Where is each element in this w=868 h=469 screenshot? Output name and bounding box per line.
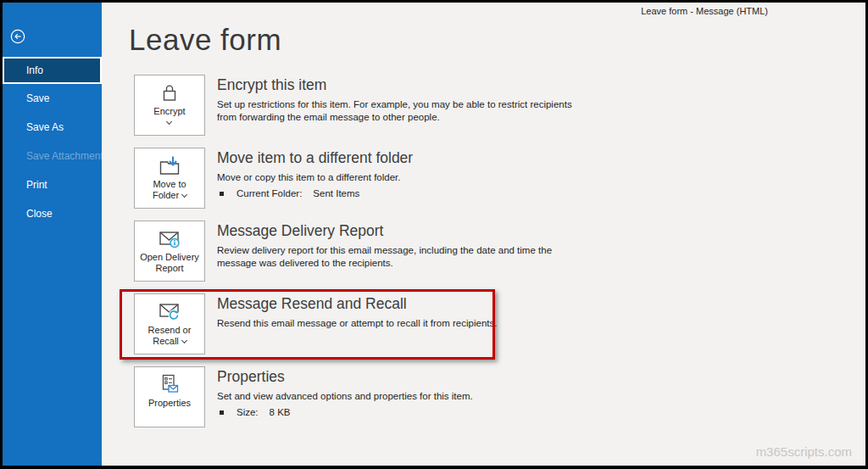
sidebar-item-label: Save <box>26 92 49 104</box>
button-label: Encrypt <box>153 106 185 116</box>
section-row-encrypt: Encrypt Encrypt this item Set up restric… <box>102 75 865 148</box>
section-row-delivery-report: Open DeliveryReport Message Delivery Rep… <box>102 221 865 293</box>
backstage-sidebar: Info Save Save As Save Attachments Print… <box>3 3 102 466</box>
sidebar-item-save-attachments: Save Attachments <box>3 142 102 170</box>
section-row-resend-recall: Resend orRecall Message Resend and Recal… <box>102 293 865 366</box>
sidebar-item-save-as[interactable]: Save As <box>3 113 102 142</box>
section-description: Review delivery report for this email me… <box>217 244 552 270</box>
lock-icon <box>159 81 181 106</box>
watermark: m365scripts.com <box>756 444 852 459</box>
button-label: Resend or <box>148 325 192 335</box>
sidebar-nav: Info Save Save As Save Attachments Print… <box>3 57 102 228</box>
button-label: Recall <box>153 336 179 346</box>
move-folder-button[interactable]: Move toFolder <box>134 148 205 209</box>
page-title: Leave form <box>129 23 281 57</box>
sidebar-item-print[interactable]: Print <box>3 170 102 199</box>
section-description: Move or copy this item to a different fo… <box>217 171 413 184</box>
section-heading: Move item to a different folder <box>217 149 413 167</box>
sidebar-item-label: Save As <box>26 121 64 133</box>
section-row-properties: Properties Properties Set and view advan… <box>102 366 865 439</box>
resend-or-recall-icon <box>158 299 182 325</box>
resend-recall-button[interactable]: Resend orRecall <box>134 293 205 355</box>
bullet-item: Current Folder: Sent Items <box>217 188 413 198</box>
section-row-move-folder: Move toFolder Move item to a different f… <box>102 148 865 221</box>
section-description: Set up restrictions for this item. For e… <box>217 98 572 124</box>
chevron-down-icon <box>181 192 187 198</box>
encrypt-button[interactable]: Encrypt <box>134 75 205 136</box>
section-description: Set and view advanced options and proper… <box>217 390 473 403</box>
section-heading: Encrypt this item <box>217 76 572 94</box>
sidebar-item-label: Save Attachments <box>26 150 108 162</box>
chevron-down-icon <box>166 119 172 125</box>
section-description: Resend this email message or attempt to … <box>217 317 497 330</box>
bullet-label: Current Folder: <box>236 188 302 198</box>
sidebar-item-label: Info <box>26 64 43 76</box>
sidebar-item-label: Print <box>26 179 47 191</box>
sidebar-item-info[interactable]: Info <box>3 57 102 84</box>
button-label: Folder <box>153 190 179 200</box>
bullet-label: Size: <box>236 407 259 417</box>
sidebar-item-close[interactable]: Close <box>3 199 102 228</box>
bullet-square-icon <box>220 192 224 196</box>
open-delivery-report-icon <box>158 226 182 252</box>
move-to-folder-icon <box>157 154 182 179</box>
bullet-value: 8 KB <box>270 407 291 417</box>
delivery-report-button[interactable]: Open DeliveryReport <box>134 221 205 282</box>
button-label: Properties <box>148 398 191 408</box>
button-label: Open Delivery <box>140 252 199 262</box>
properties-icon <box>159 372 181 398</box>
button-label: Report <box>155 263 183 273</box>
bullet-square-icon <box>220 410 224 415</box>
sections-container: Encrypt Encrypt this item Set up restric… <box>102 75 865 439</box>
chevron-down-icon <box>181 338 187 343</box>
properties-button[interactable]: Properties <box>134 366 205 427</box>
button-label: Move to <box>153 179 186 189</box>
section-heading: Message Resend and Recall <box>217 295 497 313</box>
outlook-backstage-window: Info Save Save As Save Attachments Print… <box>0 0 868 469</box>
back-arrow-icon <box>10 32 25 47</box>
section-heading: Properties <box>217 368 473 386</box>
bullet-item: Size: 8 KB <box>217 407 473 417</box>
back-button[interactable] <box>10 29 25 44</box>
backstage-main: Leave form - Message (HTML) Leave form E… <box>102 3 865 466</box>
document-title: Leave form - Message (HTML) <box>641 6 768 16</box>
section-heading: Message Delivery Report <box>217 222 552 240</box>
bullet-value: Sent Items <box>313 188 359 198</box>
sidebar-item-save[interactable]: Save <box>3 84 102 113</box>
sidebar-item-label: Close <box>26 208 53 220</box>
